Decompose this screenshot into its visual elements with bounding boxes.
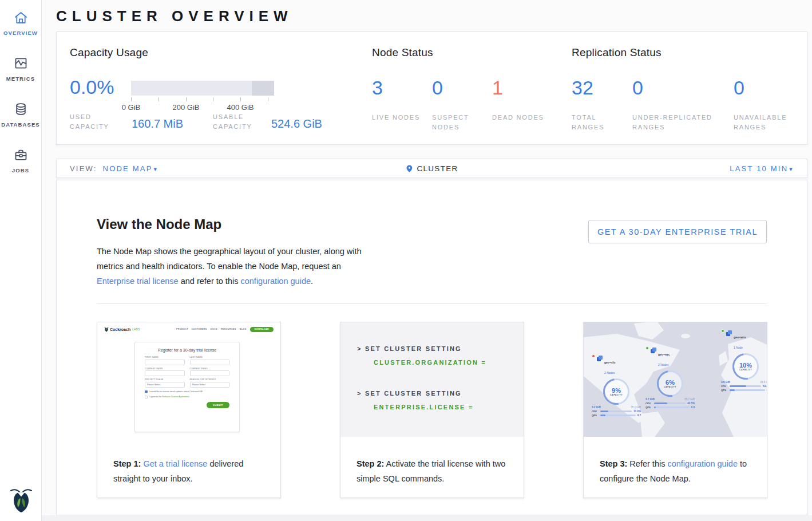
dead-status-dot: [592, 354, 595, 358]
field-input: [145, 360, 185, 365]
qps-label: QPS: [645, 406, 652, 409]
sidebar-item-overview[interactable]: OVERVIEW: [0, 10, 41, 56]
capacity-gauge-segment: [252, 81, 274, 96]
step-label: Step 2:: [357, 459, 384, 468]
brand-suffix: LABS: [132, 328, 140, 331]
sql-prompt: >: [357, 345, 362, 352]
world-map: geo=sfo 2 Nodes 9% CAPACITY 3.2 GiB35.1 …: [584, 322, 767, 437]
node-status-section: Node Status 3 LIVE NODES 0 SUSPECT NODES…: [372, 46, 561, 144]
step3-illustration: geo=sfo 2 Nodes 9% CAPACITY 3.2 GiB35.1 …: [584, 322, 767, 437]
used-capacity-label: USED CAPACITY: [70, 112, 124, 132]
locality-widget-sfo: geo=sfo 2 Nodes 9% CAPACITY 3.2 GiB35.1 …: [592, 356, 641, 417]
step1-card: Cockroach LABS PRODUCT CUSTOMERS DOCS RE…: [97, 322, 281, 498]
field-input: [145, 370, 185, 376]
get-trial-license-link[interactable]: Get a trial license: [143, 459, 207, 468]
locality-name: geo=sfo: [604, 361, 615, 364]
capacity-donut: 9% CAPACITY: [603, 378, 629, 405]
usable-capacity-label: USABLE CAPACITY: [213, 112, 267, 132]
sidebar-item-label: OVERVIEW: [3, 30, 38, 36]
caption-text: Refer this: [627, 459, 667, 468]
step3-caption: Step 3: Refer this configuration guide t…: [584, 437, 767, 486]
capacity-usage-title: Capacity Usage: [70, 46, 362, 59]
time-range-value: LAST 10 MIN: [730, 164, 788, 173]
nodes-cube-icon: [651, 348, 656, 353]
mini-nav-item: DOCS: [211, 328, 217, 330]
disk-total: 35.1 GiB: [631, 406, 641, 409]
view-selector[interactable]: NODE MAP▾: [103, 164, 159, 173]
locality-node-count: 1 Node: [734, 346, 743, 349]
step1-illustration: Cockroach LABS PRODUCT CUSTOMERS DOCS RE…: [97, 322, 280, 437]
step-label: Step 1:: [113, 459, 141, 468]
email-updates-checkbox: I would like to receive email updates ab…: [145, 390, 229, 393]
mini-nav-item: BLOG: [240, 328, 247, 330]
time-range-selector[interactable]: LAST 10 MIN▾: [730, 164, 794, 173]
gauge-tick: [186, 97, 187, 101]
cpu-label: CPU: [721, 385, 728, 388]
capacity-gauge: [131, 81, 274, 96]
field-input: [190, 370, 230, 376]
checkbox-label: I agree to the: [149, 396, 163, 398]
sql-prompt: >: [357, 390, 362, 397]
gauge-tick-label: 0 GiB: [114, 103, 148, 112]
disk-used: 3.2 GiB: [592, 406, 601, 409]
license-agreement-link: Software License Agreement.: [162, 396, 189, 398]
gauge-tick: [268, 97, 268, 101]
cluster-breadcrumb: CLUSTER: [417, 164, 458, 173]
capacity-percent: 6%: [666, 379, 675, 386]
cluster-overview-page: OVERVIEW METRICS DATABASES JOBS: [0, 0, 812, 521]
sql-snippet: > SET CLUSTER SETTING CLUSTER.ORGANIZATI…: [340, 322, 524, 437]
disk-total: 65.7 GiB: [684, 398, 695, 401]
cockroachdb-logo: [0, 487, 42, 513]
suspect-nodes-label: SUSPECT NODES: [432, 113, 489, 132]
disk-used: 3.7 GiB: [645, 398, 655, 401]
disk-total: 34.6 GiB: [760, 381, 767, 384]
field-label: COMPANY EMAIL: [190, 368, 230, 370]
cockroach-labs-logo: Cockroach LABS: [104, 326, 140, 332]
cpu-label: CPU: [592, 410, 599, 413]
step-label: Step 3:: [600, 459, 627, 468]
configuration-guide-link[interactable]: configuration guide: [240, 277, 311, 286]
chevron-down-icon: ▾: [154, 165, 159, 172]
capacity-label: CAPACITY: [610, 394, 623, 396]
trial-license-form: Register for a 30-day trial license FIRS…: [134, 342, 240, 432]
checkbox-unchecked-icon: [145, 396, 148, 398]
total-ranges-value: 32: [572, 77, 593, 99]
capacity-label: CAPACITY: [664, 386, 676, 388]
sidebar-item-label: JOBS: [12, 167, 29, 173]
enterprise-trial-license-link[interactable]: Enterprise trial license: [97, 277, 179, 286]
field-select: Please Select: [145, 382, 185, 388]
locality-name: geo=ams: [734, 336, 746, 339]
capacity-donut: 6% CAPACITY: [657, 370, 683, 397]
configuration-guide-link[interactable]: configuration guide: [667, 459, 738, 468]
field-label: FIRST NAME: [145, 356, 185, 358]
total-ranges-label: TOTAL RANGES: [572, 113, 629, 132]
locality-widget-ams: geo=ams 1 Node 10% CAPACITY 3.6 GiB34.6 …: [721, 330, 767, 392]
map-pin-icon: [405, 164, 413, 173]
mini-site-nav: Cockroach LABS PRODUCT CUSTOMERS DOCS RE…: [97, 322, 280, 336]
sql-command: SET CLUSTER SETTING: [365, 345, 462, 352]
step2-caption: Step 2: Activate the trial license with …: [340, 437, 524, 486]
cockroach-bug-icon: [104, 326, 109, 332]
field-label: COMPANY NAME: [145, 368, 185, 370]
description-text: The Node Map shows the geographical layo…: [97, 247, 362, 271]
unavailable-ranges-value: 0: [734, 77, 744, 99]
live-status-dot: [645, 346, 649, 350]
enterprise-trial-button[interactable]: GET A 30-DAY ENTERPRISE TRIAL: [588, 220, 767, 243]
capacity-percent: 10%: [739, 362, 752, 369]
gauge-tick: [159, 97, 159, 101]
under-replicated-value: 0: [632, 77, 643, 99]
used-capacity-value: 160.7 MiB: [132, 117, 183, 131]
section-heading: View the Node Map: [97, 216, 221, 232]
gauge-tick: [131, 97, 132, 101]
qps-label: QPS: [721, 389, 728, 392]
qps-value: 4.7: [637, 414, 641, 417]
sidebar-item-jobs[interactable]: JOBS: [0, 147, 41, 193]
step2-card: > SET CLUSTER SETTING CLUSTER.ORGANIZATI…: [340, 322, 524, 498]
sidebar-item-databases[interactable]: DATABASES: [0, 101, 41, 147]
metrics-icon: [13, 56, 29, 71]
checkbox-checked-icon: [145, 390, 148, 393]
sidebar-item-metrics[interactable]: METRICS: [0, 56, 41, 101]
checkbox-label: I would like to receive email updates ab…: [149, 390, 203, 393]
replication-status-section: Replication Status 32 TOTAL RANGES 0 UND…: [572, 46, 801, 144]
mini-nav-item: CUSTOMERS: [192, 328, 207, 330]
